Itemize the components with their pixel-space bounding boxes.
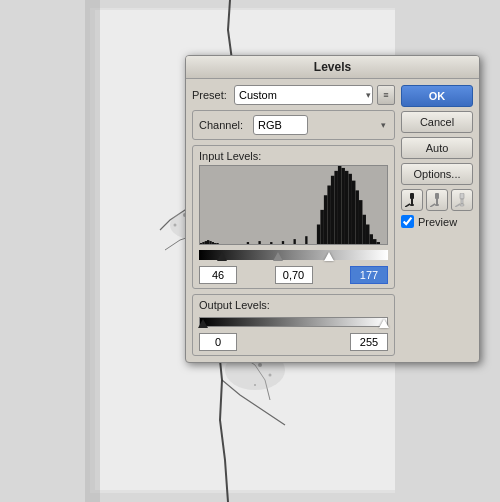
gray-eyedropper-button[interactable] (426, 189, 448, 211)
dialog-title: Levels (314, 60, 351, 74)
svg-line-56 (455, 204, 460, 207)
svg-rect-53 (460, 193, 464, 199)
svg-rect-50 (436, 199, 438, 204)
dialog-body: Preset: Custom Default ▾ ≡ Channel: (186, 79, 479, 362)
input-black-handle[interactable] (217, 252, 227, 261)
input-gradient-bar (199, 250, 388, 260)
preview-row: Preview (401, 215, 473, 228)
svg-rect-31 (352, 181, 356, 244)
ok-button[interactable]: OK (401, 85, 473, 107)
levels-dialog: Levels Preset: Custom Default ▾ ≡ (185, 55, 480, 363)
dialog-right-panel: OK Cancel Auto Options... (401, 85, 473, 356)
svg-rect-41 (270, 242, 272, 244)
svg-rect-40 (258, 241, 260, 244)
svg-rect-26 (334, 171, 338, 244)
channel-label: Channel: (199, 119, 249, 131)
svg-rect-35 (366, 225, 370, 245)
output-slider-track[interactable] (199, 314, 388, 330)
preview-checkbox[interactable] (401, 215, 414, 228)
svg-rect-30 (348, 174, 352, 244)
output-numbers-row (199, 333, 388, 351)
channel-row: Channel: RGB Red Green Blue ▾ (199, 115, 388, 135)
svg-rect-16 (207, 240, 209, 244)
input-gray-handle[interactable] (273, 252, 283, 261)
svg-point-10 (269, 374, 272, 377)
svg-rect-20 (216, 243, 218, 244)
svg-rect-23 (324, 195, 328, 244)
input-white-handle[interactable] (324, 252, 334, 261)
preset-menu-button[interactable]: ≡ (377, 85, 395, 105)
channel-select[interactable]: RGB Red Green Blue (253, 115, 308, 135)
input-black-field[interactable] (199, 266, 237, 284)
cancel-button[interactable]: Cancel (401, 111, 473, 133)
dialog-title-bar: Levels (186, 56, 479, 79)
svg-point-9 (258, 363, 262, 367)
output-levels-label: Output Levels: (199, 299, 388, 311)
svg-line-52 (430, 204, 435, 207)
input-levels-label: Input Levels: (199, 150, 388, 162)
svg-rect-19 (214, 243, 216, 244)
svg-rect-36 (369, 234, 373, 244)
black-eyedropper-icon (405, 193, 419, 207)
svg-rect-33 (359, 200, 363, 244)
output-black-handle[interactable] (198, 319, 208, 328)
svg-rect-34 (362, 215, 366, 244)
svg-rect-45 (410, 193, 414, 199)
auto-button[interactable]: Auto (401, 137, 473, 159)
svg-rect-22 (320, 210, 324, 244)
dialog-left-panel: Preset: Custom Default ▾ ≡ Channel: (192, 85, 395, 356)
input-slider-track[interactable] (199, 247, 388, 263)
channel-dropdown-arrow: ▾ (381, 120, 386, 130)
gray-eyedropper-icon (430, 193, 444, 207)
svg-rect-24 (327, 186, 331, 245)
preset-menu-icon: ≡ (383, 90, 388, 100)
svg-rect-55 (460, 204, 464, 206)
svg-rect-28 (341, 168, 345, 244)
output-levels-section: Output Levels: (192, 294, 395, 356)
histogram-svg (200, 166, 387, 244)
input-numbers-row (199, 266, 388, 284)
svg-rect-21 (317, 225, 321, 245)
input-levels-section: Input Levels: (192, 145, 395, 289)
svg-rect-43 (294, 239, 296, 244)
svg-rect-42 (282, 241, 284, 244)
white-eyedropper-button[interactable] (451, 189, 473, 211)
svg-rect-39 (247, 242, 249, 244)
svg-rect-38 (376, 242, 380, 244)
svg-rect-25 (331, 176, 335, 244)
channel-box: Channel: RGB Red Green Blue ▾ (192, 110, 395, 140)
svg-rect-27 (338, 166, 342, 244)
svg-point-7 (174, 224, 177, 227)
preview-label: Preview (418, 216, 457, 228)
svg-rect-47 (410, 204, 414, 206)
output-black-field[interactable] (199, 333, 237, 351)
preset-select-wrapper: Custom Default ▾ (234, 85, 373, 105)
output-gradient-bar (199, 317, 388, 327)
svg-point-11 (254, 384, 256, 386)
input-mid-field[interactable] (275, 266, 313, 284)
svg-rect-32 (355, 190, 359, 244)
svg-rect-49 (435, 193, 439, 199)
preset-select[interactable]: Custom Default (234, 85, 373, 105)
svg-rect-29 (345, 171, 349, 244)
svg-rect-18 (212, 242, 214, 244)
preset-label: Preset: (192, 89, 230, 101)
black-eyedropper-button[interactable] (401, 189, 423, 211)
input-white-field[interactable] (350, 266, 388, 284)
svg-rect-15 (205, 241, 207, 244)
svg-rect-46 (411, 199, 413, 204)
svg-rect-13 (200, 243, 202, 244)
eyedropper-row (401, 189, 473, 211)
svg-line-48 (405, 204, 410, 207)
histogram-container (199, 165, 388, 245)
svg-rect-3 (85, 0, 100, 502)
options-button[interactable]: Options... (401, 163, 473, 185)
svg-rect-37 (373, 239, 377, 244)
white-eyedropper-icon (455, 193, 469, 207)
output-white-handle[interactable] (379, 319, 389, 328)
svg-rect-14 (202, 242, 204, 244)
svg-rect-44 (305, 236, 307, 244)
channel-select-wrapper: RGB Red Green Blue ▾ (253, 115, 388, 135)
output-white-field[interactable] (350, 333, 388, 351)
preset-row: Preset: Custom Default ▾ ≡ (192, 85, 395, 105)
